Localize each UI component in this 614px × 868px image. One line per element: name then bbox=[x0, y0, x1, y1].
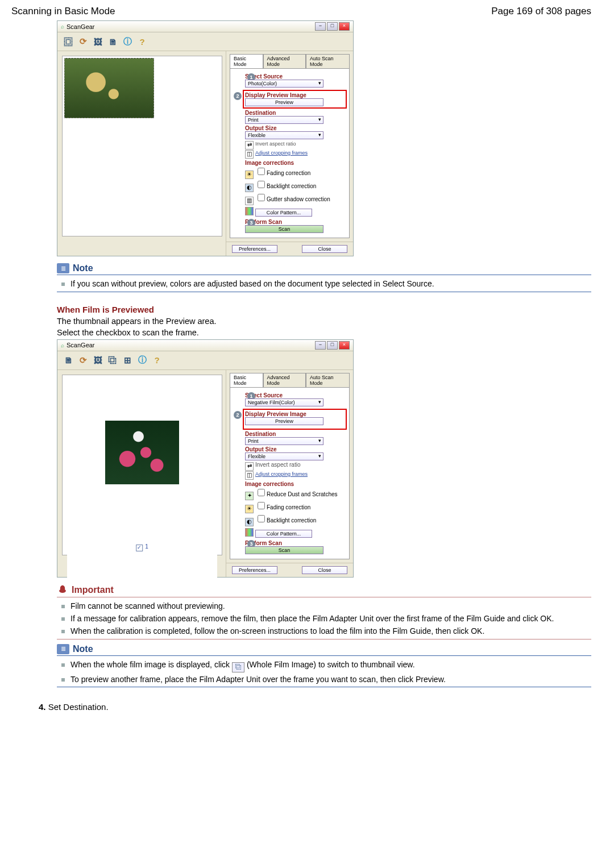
thumb-icon[interactable]: 🖼 bbox=[92, 354, 104, 367]
select-source-header: Select Source bbox=[245, 392, 347, 398]
step-badge-2: 2 bbox=[234, 92, 242, 100]
scangear-window-photo: ⌕ ScanGear − □ × ⿴ ⟳ 🖼 🗎 ⓘ ? Basic Mode … bbox=[57, 20, 354, 256]
fading-checkbox[interactable] bbox=[258, 168, 265, 175]
fading-checkbox[interactable] bbox=[258, 502, 265, 509]
invert-link[interactable]: Invert aspect ratio bbox=[255, 141, 296, 147]
maximize-icon[interactable]: □ bbox=[327, 341, 338, 350]
dust-checkbox[interactable] bbox=[258, 489, 265, 496]
preview-thumbnail[interactable] bbox=[105, 421, 179, 484]
gutter-label: Gutter shadow correction bbox=[267, 196, 330, 202]
important-heading: Important bbox=[72, 585, 114, 595]
preview-area bbox=[57, 51, 226, 256]
help-icon[interactable]: ? bbox=[136, 35, 148, 48]
adjust-link[interactable]: Adjust cropping frames bbox=[255, 150, 308, 156]
scan-button[interactable]: Scan bbox=[245, 225, 323, 233]
fading-icon: ☀ bbox=[245, 171, 254, 179]
step-4: 4. Set Destination. bbox=[39, 702, 591, 712]
source-select[interactable]: Photo(Color) bbox=[245, 80, 323, 88]
note2-item-2: To preview another frame, place the Film… bbox=[70, 674, 591, 685]
tab-auto[interactable]: Auto Scan Mode bbox=[306, 373, 350, 388]
gutter-icon: ▥ bbox=[245, 197, 254, 205]
maximize-icon[interactable]: □ bbox=[327, 22, 338, 31]
minimize-icon[interactable]: − bbox=[315, 22, 326, 31]
destination-header: Destination bbox=[245, 110, 347, 116]
destination-select[interactable]: Print bbox=[245, 437, 323, 445]
perform-scan-header: Perform Scan bbox=[245, 540, 347, 546]
frame-check[interactable]: ✓1 bbox=[136, 543, 148, 551]
scan-button[interactable]: Scan bbox=[245, 546, 323, 554]
important-icon bbox=[57, 584, 68, 596]
fading-label: Fading correction bbox=[267, 504, 310, 510]
tab-advanced[interactable]: Advanced Mode bbox=[263, 54, 306, 69]
window-title: ScanGear bbox=[67, 342, 95, 348]
toolbar: 🗎 ⟳ 🖼 ⿻ ⊞ ⓘ ? bbox=[57, 351, 353, 370]
output-size-header: Output Size bbox=[245, 446, 347, 452]
crop-frames-icon[interactable]: ◫ bbox=[245, 471, 254, 480]
tab-advanced[interactable]: Advanced Mode bbox=[263, 373, 306, 388]
close-button[interactable]: Close bbox=[302, 566, 347, 574]
backlight-checkbox[interactable] bbox=[258, 515, 265, 522]
preview-header: Display Preview Image bbox=[245, 411, 345, 417]
backlight-checkbox[interactable] bbox=[258, 181, 265, 188]
rotate-icon[interactable]: ⟳ bbox=[77, 354, 89, 367]
note1-text: If you scan without preview, colors are … bbox=[70, 279, 591, 289]
thumb-icon[interactable]: 🖼 bbox=[92, 35, 104, 48]
output-size-header: Output Size bbox=[245, 125, 347, 131]
note-heading: Note bbox=[73, 644, 93, 654]
note-icon: ≣ bbox=[57, 263, 69, 273]
help-icon[interactable]: ? bbox=[151, 354, 163, 367]
crop-frames-icon[interactable]: ◫ bbox=[245, 150, 254, 159]
tab-auto[interactable]: Auto Scan Mode bbox=[306, 54, 350, 69]
preview-image[interactable] bbox=[64, 58, 154, 118]
preview-area: ✓1 bbox=[57, 370, 226, 577]
preview-button[interactable]: Preview bbox=[245, 417, 323, 425]
preview-button[interactable]: Preview bbox=[245, 98, 323, 106]
corrections-header: Image corrections bbox=[245, 160, 347, 166]
gutter-checkbox[interactable] bbox=[258, 194, 265, 201]
color-pattern-icon bbox=[245, 528, 254, 537]
destination-header: Destination bbox=[245, 431, 347, 437]
scangear-window-film: ⌕ ScanGear − □ × 🗎 ⟳ 🖼 ⿻ ⊞ ⓘ ? ✓1 Basic … bbox=[57, 339, 354, 578]
film-previewed-heading: When Film is Previewed bbox=[57, 305, 591, 314]
important-item-2: If a message for calibration appears, re… bbox=[70, 613, 591, 624]
preferences-button[interactable]: Preferences... bbox=[232, 566, 277, 574]
invert-icon[interactable]: ⇄ bbox=[245, 141, 254, 149]
crop-icon[interactable]: ⿴ bbox=[62, 35, 74, 48]
destination-select[interactable]: Print bbox=[245, 116, 323, 124]
invert-icon[interactable]: ⇄ bbox=[245, 462, 254, 471]
preferences-button[interactable]: Preferences... bbox=[232, 245, 277, 253]
tab-basic[interactable]: Basic Mode bbox=[230, 373, 263, 388]
info-icon[interactable]: ⓘ bbox=[136, 354, 148, 367]
step-badge-2: 2 bbox=[234, 411, 242, 419]
minimize-icon[interactable]: − bbox=[315, 341, 326, 350]
film-line1: The thumbnail appears in the Preview are… bbox=[57, 317, 591, 326]
preview-header: Display Preview Image bbox=[245, 92, 345, 98]
info-icon[interactable]: ⓘ bbox=[121, 35, 134, 48]
copy-icon[interactable]: 🗎 bbox=[106, 35, 119, 48]
grid-icon[interactable]: ⊞ bbox=[121, 354, 134, 367]
important-item-3: When the calibration is completed, follo… bbox=[70, 626, 591, 637]
tab-basic[interactable]: Basic Mode bbox=[230, 54, 263, 69]
color-pattern-icon bbox=[245, 207, 254, 215]
invert-link[interactable]: Invert aspect ratio bbox=[255, 462, 300, 468]
corrections-header: Image corrections bbox=[245, 481, 347, 487]
backlight-label: Backlight correction bbox=[267, 517, 316, 524]
close-icon[interactable]: × bbox=[339, 22, 350, 31]
backlight-icon: ◐ bbox=[245, 184, 254, 192]
adjust-link[interactable]: Adjust cropping frames bbox=[255, 471, 308, 477]
important-item-1: Film cannot be scanned without previewin… bbox=[70, 601, 591, 612]
close-button[interactable]: Close bbox=[302, 245, 347, 253]
color-pattern-button[interactable]: Color Pattern... bbox=[255, 530, 312, 538]
close-icon[interactable]: × bbox=[339, 341, 350, 350]
rotate-icon[interactable]: ⟳ bbox=[77, 35, 89, 48]
copy-icon[interactable]: 🗎 bbox=[62, 354, 74, 367]
output-size-select[interactable]: Flexible bbox=[245, 131, 323, 139]
dust-icon: ✦ bbox=[245, 492, 254, 500]
note-icon: ≣ bbox=[57, 644, 69, 654]
backlight-label: Backlight correction bbox=[267, 183, 316, 189]
whole-film-icon[interactable]: ⿻ bbox=[106, 354, 119, 367]
source-select[interactable]: Negative Film(Color) bbox=[245, 398, 323, 406]
backlight-icon: ◐ bbox=[245, 518, 254, 526]
output-size-select[interactable]: Flexible bbox=[245, 452, 323, 460]
color-pattern-button[interactable]: Color Pattern... bbox=[255, 209, 312, 217]
